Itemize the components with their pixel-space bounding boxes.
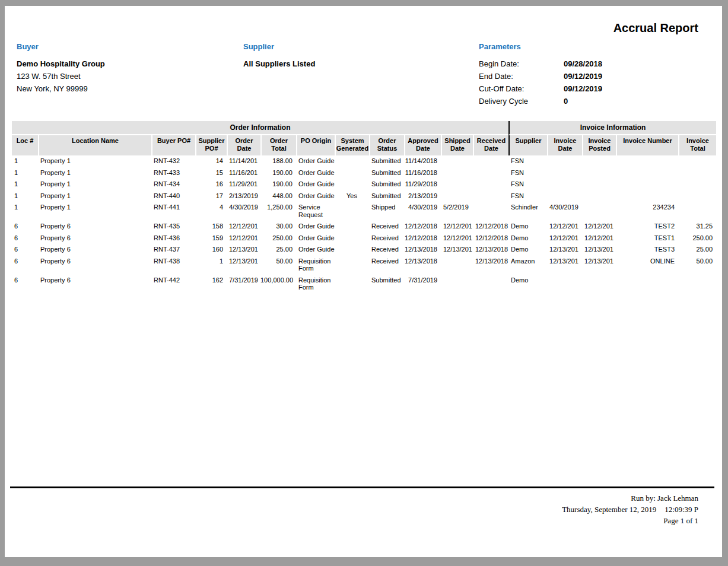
cell-invoice-posted [582,202,616,221]
table-row: 6Property 6RNT-43515812/12/20130.00Order… [12,221,716,233]
footer-rule [10,486,714,488]
column-header-approved-date: Approved Date [404,135,441,155]
cell-system-generated [335,179,369,190]
cell-order-total: 190.00 [260,179,296,190]
footer-run-by: Run by: Jack Lehman [562,492,698,504]
cell-supplier-po: 1 [195,256,227,275]
column-header-po-origin: PO Origin [296,135,335,155]
table-row: 1Property 1RNT-4321411/14/201188.00Order… [12,155,716,167]
cell-supplier: FSN [508,190,547,202]
supplier-heading: Supplier [243,42,315,51]
cell-po-origin: Order Guide [296,179,335,190]
cell-order-status: Received [369,233,404,244]
cell-order-status: Submitted [369,155,404,167]
cell-approved-date: 4/30/2019 [404,202,441,221]
parameter-row: Cut-Off Date: 09/12/2019 [479,82,602,95]
cell-supplier-po: 160 [195,244,227,256]
cell-buyer-po: RNT-438 [151,256,195,275]
cell-received-date [473,167,508,179]
cell-location-name: Property 1 [38,190,151,202]
column-header-location-name: Location Name [38,135,151,155]
footer-datetime: Thursday, September 12, 201912:09:39 P [562,504,698,515]
cell-approved-date: 11/14/2018 [404,155,441,167]
cell-invoice-posted: 12/13/201 [582,244,616,256]
column-header-system-generated: System Generated [335,135,369,155]
cell-invoice-date [547,190,582,202]
cell-order-status: Received [369,256,404,275]
cell-order-total: 190.00 [260,167,296,179]
buyer-address-line1: 123 W. 57th Street [17,70,105,82]
cell-invoice-date: 12/13/201 [547,256,582,275]
cell-approved-date: 11/29/2018 [404,179,441,190]
cell-system-generated: Yes [335,190,369,202]
cell-po-origin: Service Request [296,202,335,221]
cell-shipped-date [441,190,473,202]
cell-location-name: Property 6 [38,233,151,244]
cell-loc: 6 [12,221,38,233]
cell-supplier: FSN [508,179,547,190]
cell-order-date: 7/31/2019 [227,275,260,294]
cell-location-name: Property 6 [38,275,151,294]
cell-supplier-po: 158 [195,221,227,233]
cell-order-date: 11/14/201 [227,155,260,167]
cell-supplier: Demo [508,233,547,244]
cell-received-date [473,190,508,202]
column-header-invoice-total: Invoice Total [678,135,716,155]
cell-system-generated [335,233,369,244]
cell-invoice-date [547,155,582,167]
cell-invoice-total [678,190,716,202]
cell-supplier: FSN [508,167,547,179]
cell-system-generated [335,155,369,167]
param-delivery-cycle-value: 0 [564,95,568,107]
cell-invoice-date: 12/12/201 [547,221,582,233]
cell-order-total: 25.00 [260,244,296,256]
column-header-order-date: Order Date [227,135,260,155]
cell-approved-date: 7/31/2019 [404,275,441,294]
column-header-invoice-posted: Invoice Posted [582,135,616,155]
cell-invoice-number: ONLINE [616,256,678,275]
param-cutoff-date-value: 09/12/2019 [564,82,602,95]
cell-invoice-posted: 12/12/201 [582,233,616,244]
column-header-shipped-date: Shipped Date [441,135,473,155]
report-page: Accrual Report Buyer Demo Hospitality Gr… [5,6,722,557]
cell-buyer-po: RNT-432 [151,155,195,167]
cell-order-date: 12/13/201 [227,244,260,256]
cell-loc: 6 [12,256,38,275]
accrual-table: Order Information Invoice Information Lo… [12,121,716,294]
cell-order-status: Submitted [369,275,404,294]
cell-buyer-po: RNT-434 [151,179,195,190]
cell-invoice-date: 12/13/201 [547,244,582,256]
column-header-loc: Loc # [12,135,38,155]
cell-order-total: 1,250.00 [260,202,296,221]
cell-location-name: Property 6 [38,256,151,275]
cell-invoice-total: 25.00 [678,244,716,256]
cell-invoice-total [678,202,716,221]
cell-invoice-number [616,275,678,294]
cell-invoice-total: 250.00 [678,233,716,244]
cell-order-date: 11/16/201 [227,167,260,179]
cell-order-status: Shipped [369,202,404,221]
cell-system-generated [335,244,369,256]
cell-invoice-date [547,179,582,190]
cell-supplier: FSN [508,155,547,167]
cell-location-name: Property 6 [38,244,151,256]
cell-invoice-total: 50.00 [678,256,716,275]
cell-invoice-number [616,155,678,167]
cell-buyer-po: RNT-441 [151,202,195,221]
cell-invoice-total [678,179,716,190]
cell-loc: 6 [12,275,38,294]
cell-location-name: Property 1 [38,202,151,221]
cell-invoice-date [547,167,582,179]
invoice-information-group-header: Invoice Information [508,121,716,135]
cell-invoice-total [678,275,716,294]
footer-date: Thursday, September 12, 2019 [562,505,656,514]
cell-approved-date: 11/16/2018 [404,167,441,179]
cell-buyer-po: RNT-442 [151,275,195,294]
table-row: 6Property 6RNT-438112/13/20150.00Requisi… [12,256,716,275]
parameter-row: Begin Date: 09/28/2018 [479,58,602,70]
cell-location-name: Property 1 [38,167,151,179]
cell-system-generated [335,221,369,233]
cell-loc: 1 [12,167,38,179]
cell-invoice-posted [582,190,616,202]
cell-buyer-po: RNT-437 [151,244,195,256]
